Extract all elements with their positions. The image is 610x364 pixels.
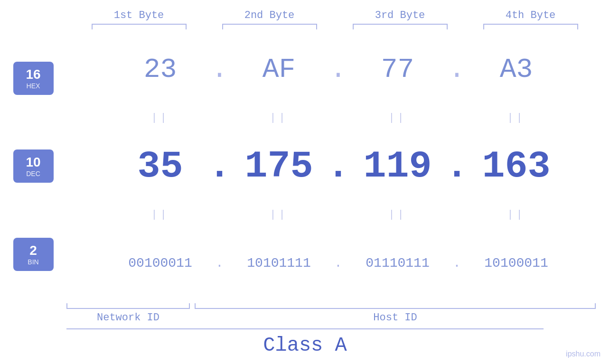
network-bracket [66,303,190,309]
class-label: Class A [263,334,347,357]
dec-val-3: 119 [363,145,432,188]
hex-dot-1: . [211,54,228,85]
sep-4: || [469,112,564,124]
hex-badge-number: 16 [26,67,40,82]
main-values-area: 16 HEX 10 DEC 2 BIN 23 . AF . 77 . A3 [0,29,610,303]
dec-val-1: 35 [137,145,183,188]
hex-dot-3: . [449,54,465,85]
bottom-section: Network ID Host ID [0,303,610,324]
bin-val-1: 00100011 [128,256,192,271]
sep-hex-dec: || || || || [66,110,610,126]
dec-row: 35 . 175 . 119 . 163 [66,126,610,206]
sep-6: || [232,209,327,221]
bin-dot-1: . [216,256,224,271]
bin-badge-label: BIN [28,258,38,266]
watermark: ipshu.com [566,350,601,358]
id-labels-row: Network ID Host ID [66,312,596,324]
top-brackets-row [0,24,610,29]
dec-dot-1: . [208,145,231,188]
values-area: 23 . AF . 77 . A3 || || || || 35 [66,29,610,303]
hex-dot-2: . [330,54,347,85]
hex-badge-label: HEX [27,82,40,90]
hex-val-1: 23 [144,54,177,85]
dec-dot-3: . [445,145,468,188]
byte-label-1: 1st Byte [92,9,187,21]
byte-label-2: 2nd Byte [222,9,317,21]
top-bracket-1 [92,24,187,29]
bin-dot-2: . [334,256,342,271]
top-bracket-4 [483,24,578,29]
dec-val-2: 175 [244,145,313,188]
bin-val-2: 10101111 [247,256,310,271]
sep-3: || [350,112,445,124]
sep-dec-bin: || || || || [66,206,610,223]
brackets-row [66,303,596,309]
dec-badge-number: 10 [26,155,40,170]
class-bracket-line [66,328,544,329]
hex-val-3: 77 [381,54,414,85]
host-id-label: Host ID [195,312,596,324]
sep-7: || [350,209,445,221]
bin-dot-3: . [453,256,461,271]
dec-val-4: 163 [482,145,550,188]
class-label-row: Class A [66,334,544,357]
bin-row: 00100011 . 10101111 . 01110111 . 1010001… [66,223,610,303]
top-bracket-2 [222,24,317,29]
badges-column: 16 HEX 10 DEC 2 BIN [0,29,66,303]
bin-badge-number: 2 [29,243,37,258]
sep-1: || [113,112,208,124]
bin-badge: 2 BIN [13,238,54,271]
byte-headers-row: 1st Byte 2nd Byte 3rd Byte 4th Byte [0,0,610,21]
bin-val-4: 10100011 [484,256,548,271]
hex-val-2: AF [263,54,296,85]
sep-8: || [469,209,564,221]
byte-label-3: 3rd Byte [353,9,448,21]
host-bracket [195,303,596,309]
dec-badge: 10 DEC [13,149,54,183]
sep-2: || [232,112,327,124]
hex-val-4: A3 [500,54,533,85]
main-container: 1st Byte 2nd Byte 3rd Byte 4th Byte 16 H… [0,0,610,364]
hex-row: 23 . AF . 77 . A3 [66,29,610,110]
byte-label-4: 4th Byte [483,9,578,21]
hex-badge: 16 HEX [13,62,54,95]
sep-5: || [113,209,208,221]
top-bracket-3 [353,24,448,29]
dec-dot-2: . [327,145,349,188]
bin-val-3: 01110111 [366,256,429,271]
class-section: Class A [0,328,610,357]
network-id-label: Network ID [66,312,190,324]
dec-badge-label: DEC [26,170,40,177]
